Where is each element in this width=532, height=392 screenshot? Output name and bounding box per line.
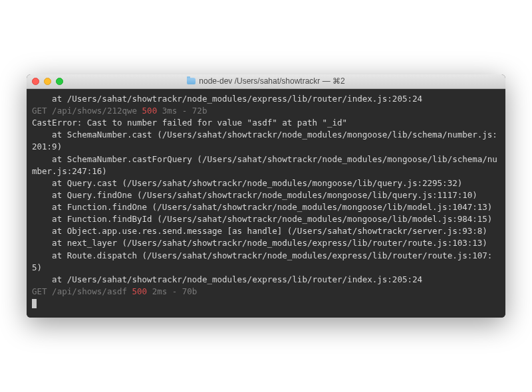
zoom-icon[interactable] xyxy=(56,78,63,85)
cursor-icon xyxy=(32,299,37,308)
traffic-lights xyxy=(32,78,63,85)
title-text: node-dev /Users/sahat/showtrackr — ⌘2 xyxy=(199,76,344,86)
terminal-cursor-line xyxy=(32,298,500,310)
terminal-body[interactable]: at /Users/sahat/showtrackr/node_modules/… xyxy=(27,89,505,318)
terminal-line: at /Users/sahat/showtrackr/node_modules/… xyxy=(32,93,500,105)
folder-icon xyxy=(187,78,196,84)
titlebar[interactable]: node-dev /Users/sahat/showtrackr — ⌘2 xyxy=(27,74,505,89)
terminal-line: at Function.findOne (/Users/sahat/showtr… xyxy=(32,201,500,213)
terminal-line: at Query.findOne (/Users/sahat/showtrack… xyxy=(32,189,500,201)
window-title: node-dev /Users/sahat/showtrackr — ⌘2 xyxy=(27,76,505,86)
terminal-line: at next_layer (/Users/sahat/showtrackr/n… xyxy=(32,237,500,249)
terminal-line: CastError: Cast to number failed for val… xyxy=(32,117,500,129)
terminal-request-line: GET /api/shows/asdf 500 2ms - 70b xyxy=(32,286,500,298)
close-icon[interactable] xyxy=(32,78,39,85)
minimize-icon[interactable] xyxy=(44,78,51,85)
terminal-line: at SchemaNumber.cast (/Users/sahat/showt… xyxy=(32,129,500,153)
terminal-line: at Query.cast (/Users/sahat/showtrackr/n… xyxy=(32,177,500,189)
terminal-line: at /Users/sahat/showtrackr/node_modules/… xyxy=(32,274,500,286)
terminal-line: at Function.findById (/Users/sahat/showt… xyxy=(32,213,500,225)
terminal-line: at Object.app.use.res.send.message [as h… xyxy=(32,225,500,237)
terminal-window: node-dev /Users/sahat/showtrackr — ⌘2 at… xyxy=(27,74,505,318)
terminal-request-line: GET /api/shows/212qwe 500 3ms - 72b xyxy=(32,105,500,117)
terminal-line: at SchemaNumber.castForQuery (/Users/sah… xyxy=(32,153,500,177)
terminal-line: at Route.dispatch (/Users/sahat/showtrac… xyxy=(32,250,500,274)
